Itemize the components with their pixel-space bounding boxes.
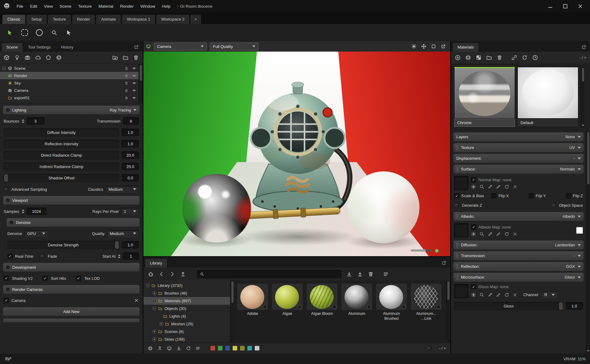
flip-x-checkbox[interactable] (491, 193, 497, 198)
section-reflection[interactable]: Reflection: GGX (454, 262, 584, 271)
add-shadow-catcher-icon[interactable] (45, 55, 51, 61)
albedo-dropdown[interactable]: Albedo (563, 214, 581, 219)
tab-workspace-1[interactable]: Workspace 1 (122, 15, 155, 24)
drag-grip-icon[interactable] (456, 214, 458, 219)
section-denoise[interactable]: Denoise (7, 218, 140, 227)
map-settings-icon[interactable] (471, 184, 476, 189)
quality-dropdown[interactable]: Medium (107, 230, 139, 237)
samples-stepper[interactable] (22, 209, 24, 213)
lasso-select-tool[interactable] (49, 28, 59, 37)
transmission-dropdown[interactable]: - (574, 253, 581, 258)
pointer-lasso-tool[interactable] (64, 28, 74, 37)
gloss-slider[interactable]: Gloss (454, 302, 563, 310)
caustics-dropdown[interactable]: Medium (106, 186, 139, 193)
material-zoom[interactable]: - / + (579, 55, 586, 60)
map-settings-icon[interactable] (471, 232, 476, 237)
eye-icon[interactable] (132, 66, 136, 70)
tab-animate[interactable]: Animate (96, 15, 121, 24)
expander-icon[interactable] (153, 330, 156, 333)
color-tag-blue[interactable] (225, 346, 230, 350)
library-tree-row-selected[interactable]: Materials (697) (144, 297, 230, 305)
add-fog-icon[interactable] (35, 55, 41, 61)
popout-icon[interactable] (580, 45, 588, 49)
tab-setup[interactable]: Setup (26, 15, 47, 24)
expander-icon[interactable] (2, 67, 6, 70)
thumbnail-zoom[interactable]: - / + (439, 346, 446, 350)
item-checkbox[interactable] (298, 305, 301, 309)
collapse-dot-icon[interactable] (6, 199, 10, 202)
color-tag-olive[interactable] (240, 346, 245, 350)
list-view-icon[interactable] (195, 346, 200, 351)
item-checkbox[interactable] (332, 305, 336, 309)
layers-dropdown[interactable]: None (565, 135, 581, 139)
sphere-preview-icon[interactable] (148, 346, 153, 351)
tab-texture[interactable]: Texture (48, 15, 71, 24)
tree-row-render[interactable]: Render (0, 72, 139, 79)
fade-toggle[interactable] (40, 254, 45, 259)
menu-help[interactable]: Help (159, 2, 174, 10)
tree-row-sky[interactable]: Sky (0, 79, 139, 87)
upload-icon[interactable] (357, 271, 363, 277)
tab-tool-settings[interactable]: Tool Settings (23, 43, 55, 52)
start-at-stepper[interactable] (118, 254, 120, 258)
scene-tree-scrollbar[interactable] (139, 64, 143, 103)
map-reload-icon[interactable] (504, 184, 509, 189)
library-grid-scrollbar[interactable] (446, 280, 450, 342)
tree-row-cornellbox[interactable]: cornellbox (0, 101, 139, 103)
download-filter-icon[interactable] (176, 346, 181, 351)
microsurface-dropdown[interactable]: Gloss (565, 275, 581, 280)
map-edit-icon[interactable] (496, 184, 501, 189)
material-thumbs-scrollbar[interactable] (581, 67, 585, 128)
albedo-map-slot[interactable] (454, 223, 468, 237)
eye-icon[interactable] (132, 74, 136, 78)
back-icon[interactable] (159, 271, 164, 277)
new-material-sphere-icon[interactable] (465, 55, 471, 61)
quality-dropdown[interactable]: Full Quality (210, 43, 258, 50)
remove-camera-icon[interactable] (134, 298, 139, 303)
library-tree-row[interactable]: Lights (4) (144, 312, 230, 320)
library-item[interactable]: Algae Bloom (306, 284, 338, 320)
library-tree-row[interactable]: Meshes (26) (144, 320, 230, 328)
map-search-icon[interactable] (479, 184, 484, 189)
library-tree-row[interactable]: Scenes (6) (144, 328, 230, 335)
refresh-material-icon[interactable] (522, 55, 528, 61)
library-tree-row[interactable]: Objects (30) (144, 305, 230, 312)
tab-history[interactable]: History (56, 43, 78, 52)
samples-value[interactable]: 1024 (27, 208, 46, 215)
map-clear-icon[interactable] (513, 232, 517, 237)
scroll-down-icon[interactable] (582, 125, 584, 126)
marquee-select-tool[interactable] (20, 28, 30, 37)
color-tag-green[interactable] (218, 346, 222, 350)
map-edit-icon[interactable] (496, 232, 501, 237)
search-input[interactable] (206, 272, 338, 276)
map-picker-icon[interactable] (488, 184, 493, 189)
map-picker-icon[interactable] (488, 232, 493, 237)
eye-icon[interactable] (132, 96, 136, 100)
add-workspace-tab[interactable]: + (191, 15, 201, 24)
normal-map-checkbox[interactable] (471, 177, 476, 182)
object-space-toggle[interactable] (551, 203, 557, 208)
indirect-radiance-clamp-slider[interactable]: Indirect Radiance Clamp (4, 162, 119, 171)
material-tile-chrome[interactable]: Chrome (454, 67, 515, 128)
eye-icon[interactable] (132, 81, 136, 85)
popout-icon[interactable] (440, 260, 448, 265)
delete-object-icon[interactable] (133, 55, 139, 61)
map-clear-icon[interactable] (513, 184, 517, 189)
add-material-icon[interactable] (455, 55, 461, 61)
link-material-icon[interactable] (511, 55, 517, 61)
ellipse-select-tool[interactable] (34, 28, 44, 37)
refresh-icon[interactable] (186, 346, 191, 351)
drag-grip-icon[interactable] (456, 264, 458, 269)
reflection-dropdown[interactable]: GGX (566, 264, 581, 269)
menu-file[interactable]: File (14, 2, 26, 10)
lock-icon[interactable] (124, 74, 128, 78)
up-level-icon[interactable] (180, 271, 186, 277)
add-camera-icon[interactable] (25, 55, 30, 61)
color-tag-gray[interactable] (255, 346, 259, 350)
forward-icon[interactable] (169, 271, 175, 277)
tab-workspace-2[interactable]: Workspace 2 (156, 15, 190, 24)
item-checkbox[interactable] (402, 305, 406, 309)
view-options-icon[interactable] (383, 271, 389, 277)
advanced-sampling-toggle[interactable] (4, 187, 9, 192)
expander-icon[interactable] (153, 292, 156, 295)
